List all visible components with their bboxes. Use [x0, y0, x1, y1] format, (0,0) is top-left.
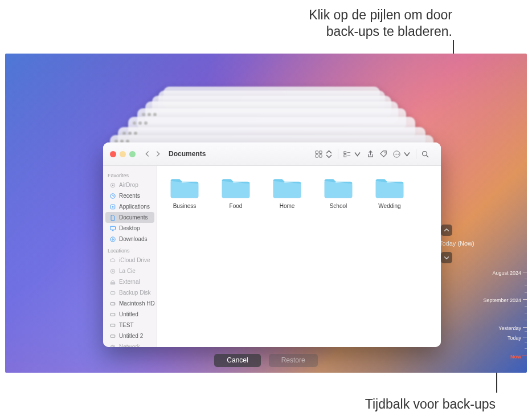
- document-icon: [109, 214, 116, 221]
- disk-icon: [109, 289, 116, 296]
- sidebar-item-recents[interactable]: Recents: [105, 190, 154, 201]
- hdd-icon: [109, 311, 116, 318]
- sidebar-item-backup: Backup Disk: [105, 287, 154, 298]
- nav-back-forward[interactable]: [144, 150, 162, 158]
- svg-point-13: [112, 184, 114, 186]
- eject-icon: [109, 279, 116, 286]
- folder-label: Business: [173, 203, 197, 209]
- prev-snapshot-button[interactable]: [441, 225, 452, 236]
- tag-icon: [379, 150, 388, 158]
- finder-toolbar: Documents: [103, 142, 441, 166]
- view-icons-button[interactable]: [314, 150, 333, 158]
- search-icon: [421, 150, 429, 158]
- chevron-down-icon: [403, 150, 411, 158]
- sidebar-item-external: External: [105, 276, 154, 287]
- svg-rect-1: [319, 150, 322, 153]
- backup-timeline[interactable]: August 2024 September 2024 Yesterday Tod…: [484, 259, 527, 370]
- network-icon: [109, 344, 116, 348]
- action-button[interactable]: [392, 150, 411, 158]
- sidebar-item-applications[interactable]: Applications: [105, 201, 154, 212]
- window-controls[interactable]: [110, 151, 136, 157]
- share-button[interactable]: [366, 150, 375, 158]
- hdd-icon: [109, 300, 116, 307]
- svg-rect-2: [316, 154, 318, 157]
- hdd-icon: [109, 333, 116, 340]
- sidebar-item-documents[interactable]: Documents: [105, 212, 154, 223]
- next-snapshot-button[interactable]: [441, 252, 452, 263]
- sidebar-heading-locations: Locations: [103, 244, 157, 255]
- sidebar-heading-favorites: Favorites: [103, 169, 157, 180]
- finder-sidebar: Favorites AirDrop Recents Applications D…: [103, 166, 157, 347]
- time-machine-actions: Cancel Restore: [5, 354, 527, 367]
- folder-label: Home: [280, 203, 295, 209]
- window-title: Documents: [169, 150, 310, 158]
- svg-point-11: [423, 151, 427, 156]
- tags-button[interactable]: [379, 150, 388, 158]
- grid-icon: [314, 150, 323, 158]
- svg-rect-24: [111, 324, 115, 327]
- svg-rect-4: [344, 151, 346, 153]
- folder-item[interactable]: Wedding: [371, 176, 408, 337]
- svg-rect-0: [316, 150, 318, 153]
- folder-item[interactable]: Food: [218, 176, 254, 337]
- finder-window: Documents: [103, 142, 441, 347]
- sidebar-item-downloads[interactable]: Downloads: [105, 234, 154, 244]
- zoom-icon: [129, 151, 136, 157]
- ellipsis-circle-icon: [392, 150, 401, 158]
- svg-point-10: [398, 153, 399, 154]
- sidebar-item-icloud: iCloud Drive: [105, 255, 154, 266]
- folder-item[interactable]: Home: [269, 176, 305, 337]
- folder-label: Wedding: [378, 203, 400, 209]
- svg-rect-16: [111, 226, 116, 230]
- downloads-icon: [109, 236, 116, 243]
- airdrop-icon: [109, 182, 116, 189]
- svg-rect-5: [344, 154, 346, 157]
- cancel-button[interactable]: Cancel: [214, 354, 260, 367]
- share-icon: [366, 150, 375, 158]
- timeline-day: Yesterday: [498, 325, 521, 331]
- group-button[interactable]: [343, 150, 362, 158]
- chevron-down-icon: [353, 150, 362, 158]
- chevron-right-icon[interactable]: [154, 150, 162, 158]
- timeline-month: August 2024: [492, 270, 521, 276]
- svg-rect-23: [111, 313, 115, 316]
- chevron-left-icon[interactable]: [144, 150, 152, 158]
- svg-point-22: [114, 303, 114, 304]
- svg-rect-25: [111, 335, 115, 337]
- time-machine-desktop: August 2024 September 2024 Yesterday Tod…: [5, 54, 527, 373]
- sidebar-item-test[interactable]: TEST: [105, 320, 154, 331]
- svg-rect-3: [319, 154, 322, 157]
- sidebar-item-macintosh[interactable]: Macintosh HD: [105, 298, 154, 309]
- hdd-icon: [109, 322, 116, 329]
- sidebar-item-network: Network: [105, 341, 154, 347]
- sidebar-item-airdrop: AirDrop: [105, 180, 154, 190]
- sidebar-item-desktop[interactable]: Desktop: [105, 223, 154, 234]
- sidebar-item-untitled[interactable]: Untitled: [105, 309, 154, 320]
- chevron-down-icon: [443, 254, 450, 261]
- svg-point-18: [111, 269, 115, 274]
- svg-point-9: [396, 153, 398, 154]
- group-icon: [343, 150, 351, 158]
- sidebar-item-untitled2[interactable]: Untitled 2: [105, 331, 154, 341]
- folder-item[interactable]: School: [320, 176, 357, 337]
- close-icon[interactable]: [110, 151, 116, 157]
- cloud-icon: [109, 257, 116, 264]
- sidebar-item-lacie: La Cie: [105, 266, 154, 276]
- folder-label: Food: [230, 203, 243, 209]
- minimize-icon: [120, 151, 126, 157]
- svg-point-19: [112, 270, 113, 271]
- timeline-day: Today: [508, 335, 521, 341]
- chevron-updown-icon: [325, 150, 333, 158]
- annotation-arrows: Klik op de pijlen om door back-ups te bl…: [309, 7, 452, 40]
- svg-point-8: [395, 153, 396, 154]
- search-button[interactable]: [421, 150, 429, 158]
- folder-content[interactable]: BusinessFoodHomeSchoolWedding: [157, 166, 441, 347]
- svg-point-6: [384, 152, 386, 153]
- folder-item[interactable]: Business: [166, 176, 203, 337]
- annotation-timeline: Tijdbalk voor back-ups: [365, 397, 496, 412]
- svg-rect-20: [111, 291, 115, 294]
- desktop-icon: [109, 225, 116, 232]
- chevron-up-icon: [443, 227, 450, 234]
- restore-button[interactable]: Restore: [269, 354, 318, 367]
- snapshot-timestamp: Today (Now): [439, 240, 474, 247]
